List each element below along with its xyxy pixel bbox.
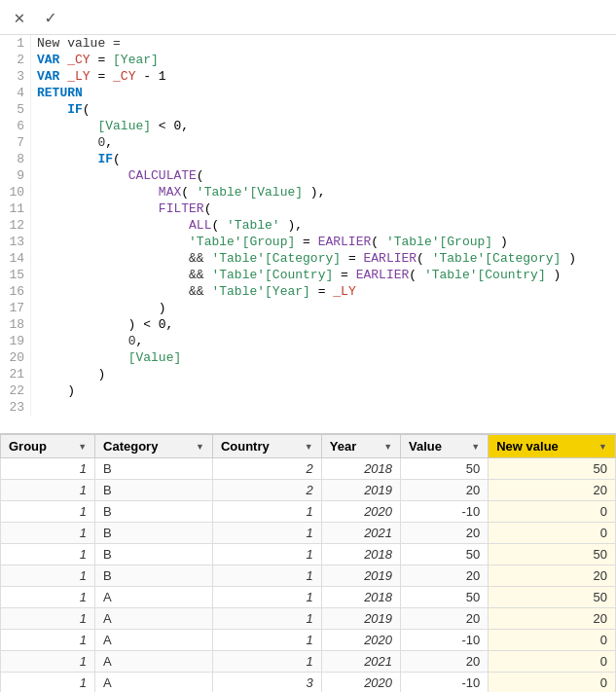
table-cell: 0 — [489, 630, 616, 651]
table-cell: 50 — [489, 544, 616, 565]
table-cell: A — [95, 587, 213, 608]
line-number: 20 — [0, 349, 31, 366]
line-content: IF( — [31, 151, 616, 167]
line-number: 3 — [0, 68, 31, 85]
table-cell: B — [95, 480, 213, 501]
table-area: Group▼Category▼Country▼Year▼Value▼New va… — [0, 434, 616, 692]
table-row: 1A120185050 — [1, 587, 616, 608]
line-number: 12 — [0, 217, 31, 234]
table-cell: 1 — [212, 544, 321, 565]
table-cell: 0 — [489, 523, 616, 544]
table-cell: B — [95, 501, 213, 523]
line-content: CALCULATE( — [31, 167, 616, 184]
table-row: 1B12020-100 — [1, 501, 616, 523]
table-cell: 2019 — [321, 608, 400, 630]
table-cell: 1 — [212, 501, 321, 523]
table-cell: 2018 — [321, 458, 400, 480]
table-cell: -10 — [401, 673, 489, 693]
line-number: 15 — [0, 267, 31, 283]
code-line: 23 — [0, 399, 616, 416]
code-line: 22 ) — [0, 382, 616, 399]
column-header-new-value[interactable]: New value▼ — [489, 435, 616, 458]
line-number: 8 — [0, 151, 31, 167]
table-cell: 1 — [1, 673, 95, 693]
code-line: 4RETURN — [0, 85, 616, 101]
table-cell: 20 — [489, 565, 616, 587]
line-content: FILTER( — [31, 200, 616, 217]
table-cell: 3 — [212, 673, 321, 693]
line-number: 23 — [0, 399, 31, 416]
table-cell: 1 — [1, 587, 95, 608]
table-cell: 2021 — [321, 651, 400, 673]
line-number: 4 — [0, 85, 31, 101]
close-icon[interactable]: ✕ — [8, 6, 31, 29]
line-number: 10 — [0, 184, 31, 200]
line-content — [31, 399, 616, 416]
table-row: 1B220192020 — [1, 480, 616, 501]
line-number: 21 — [0, 366, 31, 382]
column-header-category[interactable]: Category▼ — [95, 435, 213, 458]
table-cell: 20 — [401, 523, 489, 544]
line-content: 'Table'[Group] = EARLIER( 'Table'[Group]… — [31, 234, 616, 250]
table-cell: 2018 — [321, 544, 400, 565]
table-cell: 2018 — [321, 587, 400, 608]
line-number: 14 — [0, 250, 31, 267]
code-line: 20 [Value] — [0, 349, 616, 366]
line-number: 16 — [0, 283, 31, 300]
toolbar: ✕ ✓ — [0, 0, 616, 35]
line-content: IF( — [31, 101, 616, 118]
column-header-value[interactable]: Value▼ — [401, 435, 489, 458]
column-label: Value — [409, 439, 442, 454]
line-number: 9 — [0, 167, 31, 184]
table-row: 1A12020-100 — [1, 630, 616, 651]
table-cell: 20 — [489, 608, 616, 630]
table-cell: 2020 — [321, 630, 400, 651]
code-editor: 1New value =2VAR _CY = [Year]3VAR _LY = … — [0, 35, 616, 434]
table-cell: 1 — [212, 608, 321, 630]
confirm-icon[interactable]: ✓ — [39, 6, 62, 29]
column-header-year[interactable]: Year▼ — [321, 435, 400, 458]
line-content: && 'Table'[Country] = EARLIER( 'Table'[C… — [31, 267, 616, 283]
code-lines: 1New value =2VAR _CY = [Year]3VAR _LY = … — [0, 35, 616, 416]
code-line: 5 IF( — [0, 101, 616, 118]
table-row: 1B120192020 — [1, 565, 616, 587]
table-cell: B — [95, 523, 213, 544]
table-cell: 1 — [212, 523, 321, 544]
column-header-country[interactable]: Country▼ — [212, 435, 321, 458]
line-content: ALL( 'Table' ), — [31, 217, 616, 234]
table-cell: 1 — [1, 544, 95, 565]
line-content: [Value] < 0, — [31, 118, 616, 134]
table-cell: 20 — [401, 480, 489, 501]
dropdown-arrow-icon[interactable]: ▼ — [305, 442, 313, 452]
code-line: 1New value = — [0, 35, 616, 52]
dropdown-arrow-icon[interactable]: ▼ — [78, 442, 87, 452]
line-content: ) < 0, — [31, 316, 616, 333]
dropdown-arrow-icon[interactable]: ▼ — [471, 442, 480, 452]
line-number: 22 — [0, 382, 31, 399]
dropdown-arrow-icon[interactable]: ▼ — [598, 442, 607, 452]
dropdown-arrow-icon[interactable]: ▼ — [383, 442, 392, 452]
code-line: 14 && 'Table'[Category] = EARLIER( 'Tabl… — [0, 250, 616, 267]
line-content: [Value] — [31, 349, 616, 366]
line-content: New value = — [31, 35, 616, 52]
table-cell: 50 — [401, 458, 489, 480]
table-cell: 1 — [1, 458, 95, 480]
line-number: 2 — [0, 52, 31, 68]
dropdown-arrow-icon[interactable]: ▼ — [196, 442, 204, 452]
line-number: 19 — [0, 333, 31, 349]
code-line: 6 [Value] < 0, — [0, 118, 616, 134]
column-header-group[interactable]: Group▼ — [1, 435, 95, 458]
table-cell: -10 — [401, 501, 489, 523]
code-line: 9 CALCULATE( — [0, 167, 616, 184]
table-cell: 1 — [1, 501, 95, 523]
line-number: 18 — [0, 316, 31, 333]
table-cell: 2020 — [321, 501, 400, 523]
table-row: 1B220185050 — [1, 458, 616, 480]
table-cell: 0 — [489, 651, 616, 673]
table-cell: 2020 — [321, 673, 400, 693]
table-cell: 0 — [489, 501, 616, 523]
table-row: 1A120192020 — [1, 608, 616, 630]
table-cell: 2019 — [321, 480, 400, 501]
table-cell: 1 — [1, 523, 95, 544]
table-cell: 1 — [1, 565, 95, 587]
